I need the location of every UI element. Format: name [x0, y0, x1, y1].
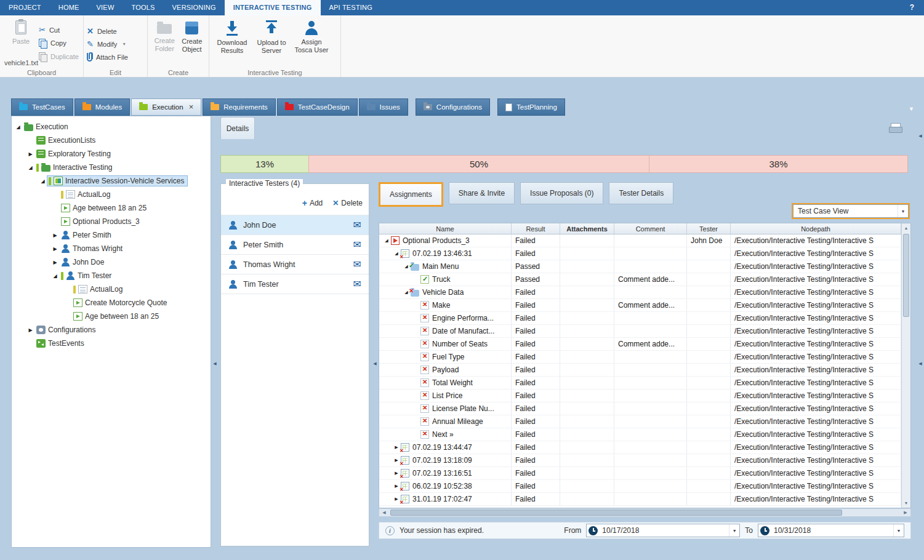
- copy-button[interactable]: Copy: [39, 39, 79, 47]
- paste-button[interactable]: Paste: [3, 17, 39, 64]
- menu-tools[interactable]: TOOLS: [123, 0, 163, 15]
- tab-testcases[interactable]: TestCases: [11, 98, 73, 116]
- table-row-license-plate-nu[interactable]: License Plate Nu...Failed/Execution/Inte…: [379, 402, 901, 415]
- collapse-icon[interactable]: ◢: [39, 178, 47, 184]
- menu-home[interactable]: HOME: [50, 0, 88, 15]
- from-date-picker[interactable]: 10/17/2018 ▼: [586, 524, 740, 537]
- tester-row-peter-smith[interactable]: Peter Smith✉: [221, 235, 369, 255]
- table-row-total-weight[interactable]: Total WeightFailed/Execution/Interactive…: [379, 377, 901, 390]
- table-row-next[interactable]: Next »Failed/Execution/Interactive Testi…: [379, 428, 901, 441]
- tree-item-executionlists[interactable]: ExecutionLists: [12, 134, 211, 147]
- table-row-vehicle-data[interactable]: ◢Vehicle DataFailed/Execution/Interactiv…: [379, 286, 901, 299]
- testers-splitter-handle[interactable]: ◀: [372, 351, 378, 377]
- modify-button[interactable]: ✎ Modify ▼: [87, 40, 144, 48]
- menu-project[interactable]: PROJECT: [0, 0, 50, 15]
- upload-to-server-button[interactable]: Upload to Server: [252, 17, 291, 64]
- tree-item-thomas-wright[interactable]: ▶Thomas Wright: [12, 242, 211, 255]
- add-tester-button[interactable]: + Add: [302, 199, 323, 207]
- create-folder-button[interactable]: Create Folder: [151, 17, 179, 64]
- tree-item-actuallog[interactable]: ActualLog: [12, 282, 211, 296]
- tree-item-exploratory-testing[interactable]: ▶Exploratory Testing: [12, 147, 211, 161]
- table-row-list-price[interactable]: List PriceFailed/Execution/Interactive T…: [379, 390, 901, 402]
- horizontal-scroll-thumb[interactable]: [390, 510, 842, 516]
- column-header-nodepath[interactable]: Nodepath: [731, 223, 901, 234]
- assign-tosca-user-button[interactable]: Assign Tosca User: [291, 17, 332, 64]
- column-header-result[interactable]: Result: [512, 223, 560, 234]
- delete-button[interactable]: ✕ Delete: [87, 27, 144, 35]
- table-row-payload[interactable]: PayloadFailed/Execution/Interactive Test…: [379, 364, 901, 377]
- attach-file-button[interactable]: Attach File: [87, 53, 144, 62]
- scroll-left-icon[interactable]: ◀: [379, 509, 389, 516]
- tree-item-interactive-session-vehicle-services[interactable]: ◢Interactive Session-Vehicle Services: [12, 174, 211, 188]
- tree-item-age-between-18-an-25[interactable]: Age between 18 an 25: [12, 201, 211, 215]
- to-date-picker[interactable]: 10/31/2018 ▼: [758, 524, 904, 537]
- modify-dropdown-icon[interactable]: ▼: [122, 42, 126, 46]
- menu-interactive-testing[interactable]: INTERACTIVE TESTING: [225, 0, 321, 15]
- tab-share-invite[interactable]: Share & Invite: [449, 182, 515, 204]
- help-icon[interactable]: ?: [900, 0, 924, 15]
- collapse-icon[interactable]: ◢: [383, 238, 390, 243]
- tab-testcasedesign[interactable]: TestCaseDesign: [277, 98, 358, 116]
- tree-item-interactive-testing[interactable]: ◢Interactive Testing: [12, 161, 211, 174]
- table-row-number-of-seats[interactable]: Number of SeatsFailedComment adde.../Exe…: [379, 338, 901, 351]
- column-header-name[interactable]: Name: [379, 223, 512, 234]
- mail-icon[interactable]: ✉: [353, 279, 361, 289]
- tree-item-john-doe[interactable]: ▶John Doe: [12, 255, 211, 269]
- column-header-comment[interactable]: Comment: [614, 223, 687, 234]
- table-row-07-02-19-13-46-31[interactable]: ◢07.02.19 13:46:31Failed/Execution/Inter…: [379, 247, 901, 260]
- vertical-scroll-thumb[interactable]: [903, 234, 909, 317]
- expand-icon[interactable]: ▶: [26, 151, 34, 157]
- print-icon[interactable]: [889, 123, 901, 133]
- menu-api-testing[interactable]: API TESTING: [321, 0, 381, 15]
- expand-icon[interactable]: ▶: [26, 327, 34, 333]
- tree-item-actuallog[interactable]: ActualLog: [12, 188, 211, 201]
- mail-icon[interactable]: ✉: [353, 220, 361, 230]
- collapse-icon[interactable]: ◢: [14, 124, 22, 130]
- table-row-engine-performa[interactable]: Engine Performa...Failed/Execution/Inter…: [379, 312, 901, 325]
- table-row-07-02-19-13-18-09[interactable]: ▶07.02.19 13:18:09Failed/Execution/Inter…: [379, 454, 901, 467]
- tab-requirements[interactable]: Requirements: [203, 98, 276, 116]
- tree-item-testevents[interactable]: TestEvents: [12, 337, 211, 350]
- tab-tester-details[interactable]: Tester Details: [609, 182, 673, 204]
- tree-item-execution[interactable]: ◢Execution: [12, 120, 211, 134]
- tree-item-create-motorcycle-quote[interactable]: Create Motorcycle Quote: [12, 296, 211, 310]
- mail-icon[interactable]: ✉: [353, 260, 361, 270]
- table-row-06-02-19-10-52-38[interactable]: ▶06.02.19 10:52:38Failed/Execution/Inter…: [379, 480, 901, 493]
- tab-issues[interactable]: Issues: [359, 98, 408, 116]
- delete-tester-button[interactable]: ✕ Delete: [332, 199, 363, 207]
- table-vertical-scrollbar[interactable]: ▲ ▼: [901, 223, 910, 508]
- table-row-truck[interactable]: TruckPassedComment adde.../Execution/Int…: [379, 273, 901, 286]
- collapse-icon[interactable]: ◢: [51, 273, 59, 279]
- mail-icon[interactable]: ✉: [353, 240, 361, 250]
- tab-configurations[interactable]: Configurations: [416, 98, 490, 116]
- tester-row-john-doe[interactable]: John Doe✉: [221, 215, 369, 235]
- right-edge-collapse-handle[interactable]: ◀: [917, 123, 923, 149]
- table-horizontal-scrollbar[interactable]: ◀ ▶: [379, 508, 911, 517]
- close-tab-icon[interactable]: ×: [189, 104, 194, 110]
- collapse-icon[interactable]: ◢: [26, 165, 34, 170]
- tree-item-age-between-18-an-25[interactable]: Age between 18 an 25: [12, 310, 211, 323]
- table-row-make[interactable]: MakeFailedComment adde.../Execution/Inte…: [379, 299, 901, 312]
- tab-modules[interactable]: Modules: [74, 98, 130, 116]
- create-object-button[interactable]: Create Object: [179, 17, 206, 64]
- expand-icon[interactable]: ▶: [51, 246, 59, 252]
- tester-row-thomas-wright[interactable]: Thomas Wright✉: [221, 255, 369, 274]
- tab-testplanning[interactable]: TestPlanning: [497, 98, 565, 116]
- table-row-07-02-19-13-16-51[interactable]: ▶07.02.19 13:16:51Failed/Execution/Inter…: [379, 467, 901, 480]
- menu-versioning[interactable]: VERSIONING: [164, 0, 225, 15]
- tree-splitter-handle[interactable]: ◀: [212, 351, 218, 377]
- expand-icon[interactable]: ▶: [51, 260, 59, 265]
- column-header-attachments[interactable]: Attachments: [560, 223, 614, 234]
- tree-item-tim-tester[interactable]: ◢Tim Tester: [12, 269, 211, 282]
- tab-execution[interactable]: Execution×: [131, 98, 201, 116]
- table-row-annual-mileage[interactable]: Annual MileageFailed/Execution/Interacti…: [379, 415, 901, 428]
- download-results-button[interactable]: Download Results: [212, 17, 252, 64]
- table-row-fuel-type[interactable]: Fuel TypeFailed/Execution/Interactive Te…: [379, 351, 901, 364]
- tester-row-tim-tester[interactable]: Tim Tester✉: [221, 274, 369, 294]
- right-edge-splitter-handle[interactable]: ◀: [917, 351, 923, 377]
- table-row-date-of-manufact[interactable]: Date of Manufact...Failed/Execution/Inte…: [379, 325, 901, 338]
- tab-assignments[interactable]: Assignments: [379, 182, 443, 207]
- table-row-optional-products-3[interactable]: ◢Optional Products_3FailedJohn Doe/Execu…: [379, 234, 901, 247]
- duplicate-button[interactable]: Duplicate: [39, 52, 79, 61]
- menu-view[interactable]: VIEW: [88, 0, 123, 15]
